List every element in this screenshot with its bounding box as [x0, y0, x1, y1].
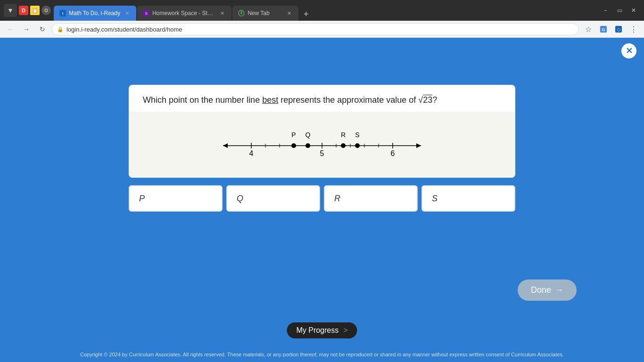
- window-close-button[interactable]: ✕: [627, 4, 640, 17]
- answer-r[interactable]: R: [324, 185, 418, 212]
- svg-text:S: S: [355, 131, 359, 139]
- tabs-bar: i Math To Do, i-Ready ✕ S Homework Space…: [54, 0, 596, 21]
- svg-text:Q: Q: [305, 131, 311, 139]
- tab-title-studyx: Homework Space - StudyX: [152, 10, 215, 16]
- profile-btn[interactable]: ▼: [4, 4, 17, 17]
- svg-text:R: R: [341, 131, 346, 139]
- my-progress-bar[interactable]: My Progress >: [287, 322, 357, 338]
- address-text: login.i-ready.com/student/dashboard/home: [66, 26, 574, 33]
- tab-studyx[interactable]: S Homework Space - StudyX ✕: [137, 6, 231, 21]
- svg-point-28: [341, 143, 346, 148]
- bookmark-button[interactable]: ☆: [582, 23, 595, 36]
- svg-point-1: [240, 12, 242, 14]
- tab-iready[interactable]: i Math To Do, i-Ready ✕: [54, 6, 136, 21]
- number-line-area: 4 5 6 P Q R S: [129, 112, 515, 178]
- my-progress-arrow: >: [343, 326, 347, 335]
- svg-point-30: [355, 143, 360, 148]
- close-overlay-button[interactable]: ✕: [621, 43, 636, 58]
- tab-title-iready: Math To Do, i-Ready: [69, 10, 120, 16]
- answer-p[interactable]: P: [129, 185, 223, 212]
- done-button[interactable]: Done →: [518, 280, 577, 301]
- done-label: Done: [531, 285, 551, 295]
- forward-button[interactable]: →: [20, 23, 33, 36]
- svg-point-24: [291, 143, 296, 148]
- tab-close-studyx[interactable]: ✕: [218, 9, 226, 17]
- footer: Copyright © 2024 by Curriculum Associate…: [0, 352, 644, 357]
- tab-favicon-iready: i: [59, 10, 66, 16]
- address-bar-row: ← → ↻ 🔒 login.i-ready.com/student/dashbo…: [0, 21, 644, 38]
- sqrt-expression: √23: [418, 95, 432, 105]
- question-text: Which point on the number line best repr…: [129, 85, 515, 112]
- answer-s[interactable]: S: [421, 185, 515, 212]
- back-button[interactable]: ←: [4, 23, 17, 36]
- svg-marker-9: [416, 143, 421, 148]
- maximize-button[interactable]: ▭: [613, 4, 626, 17]
- tab-close-iready[interactable]: ✕: [123, 9, 131, 17]
- favicon-g: 📋: [30, 6, 40, 15]
- done-arrow: →: [555, 285, 563, 295]
- window-controls: − ▭ ✕: [599, 4, 640, 17]
- tab-newtab[interactable]: New Tab ✕: [232, 6, 298, 21]
- svg-text:G: G: [602, 27, 605, 32]
- tab-favicon-chrome: [238, 10, 245, 16]
- browser-left-controls: ▼ D 📋 ⚙: [4, 4, 51, 17]
- answer-q[interactable]: Q: [226, 185, 320, 212]
- my-progress-label: My Progress: [296, 326, 339, 335]
- question-text-before: Which point on the number line: [143, 95, 262, 105]
- favicon-settings: ⚙: [41, 6, 51, 15]
- svg-marker-8: [223, 143, 228, 148]
- question-underline-word: best: [262, 95, 278, 105]
- toolbar-right: ☆ G ⬡ ⋮: [582, 23, 640, 36]
- number-line-svg: 4 5 6 P Q R S: [209, 126, 435, 164]
- address-bar[interactable]: 🔒 login.i-ready.com/student/dashboard/ho…: [52, 23, 579, 35]
- extension1-button[interactable]: G: [597, 23, 610, 36]
- tab-close-newtab[interactable]: ✕: [285, 9, 293, 17]
- favicon-d: D: [19, 6, 28, 15]
- extension2-button[interactable]: ⬡: [612, 23, 625, 36]
- svg-text:4: 4: [249, 149, 254, 157]
- main-content: ✕ Which point on the number line best re…: [0, 38, 644, 362]
- question-text-after: represents the approximate value of: [278, 95, 418, 105]
- answer-choices: P Q R S: [129, 185, 515, 212]
- question-mark: ?: [432, 95, 437, 105]
- svg-point-26: [305, 143, 310, 148]
- footer-text: Copyright © 2024 by Curriculum Associate…: [80, 352, 564, 357]
- question-card: Which point on the number line best repr…: [129, 85, 515, 178]
- menu-button[interactable]: ⋮: [627, 23, 640, 36]
- svg-text:P: P: [291, 131, 296, 139]
- svg-text:⬡: ⬡: [617, 28, 620, 32]
- svg-text:6: 6: [391, 149, 395, 157]
- svg-text:5: 5: [320, 149, 324, 157]
- reload-button[interactable]: ↻: [36, 23, 49, 36]
- secure-icon: 🔒: [57, 26, 64, 33]
- tab-title-newtab: New Tab: [248, 10, 282, 16]
- minimize-button[interactable]: −: [599, 4, 612, 17]
- browser-chrome: ▼ D 📋 ⚙ i Math To Do, i-Ready ✕ S Homewo…: [0, 0, 644, 21]
- tab-favicon-studyx: S: [143, 10, 149, 16]
- new-tab-button[interactable]: +: [299, 8, 313, 21]
